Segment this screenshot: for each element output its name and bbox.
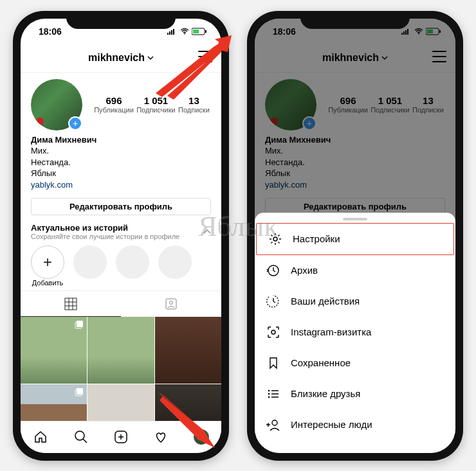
svg-rect-7 xyxy=(193,30,199,33)
svg-rect-34 xyxy=(439,30,441,33)
svg-marker-27 xyxy=(197,431,215,448)
chevron-up-icon xyxy=(203,229,211,235)
signal-icon xyxy=(167,28,178,35)
multi-icon xyxy=(74,319,84,332)
svg-point-39 xyxy=(268,389,270,391)
bio-link[interactable]: yablyk.com xyxy=(265,179,445,191)
screen-right: 18:06 mikhnevich + 696Публикации 1 051По… xyxy=(255,19,455,453)
svg-rect-35 xyxy=(427,30,433,33)
annotation-arrow xyxy=(156,35,233,102)
svg-point-40 xyxy=(268,393,270,395)
menu-discover[interactable]: Интересные люди xyxy=(255,409,455,440)
battery-icon xyxy=(426,28,441,35)
status-icons xyxy=(167,28,207,35)
edit-profile-button[interactable]: Редактировать профиль xyxy=(31,198,211,215)
menu-button[interactable] xyxy=(432,51,446,62)
stat-following[interactable]: 13Подписки xyxy=(412,95,444,114)
bio-link[interactable]: yablyk.com xyxy=(31,179,211,191)
svg-point-38 xyxy=(271,330,275,334)
post-cell[interactable] xyxy=(21,317,87,383)
bio-line: Нестанда. xyxy=(265,157,445,168)
sheet-handle[interactable] xyxy=(343,218,367,220)
activity-icon xyxy=(266,294,280,308)
chevron-down-icon xyxy=(147,56,154,60)
signal-icon xyxy=(401,28,412,35)
multi-icon xyxy=(74,387,84,400)
bio-line: Яблык xyxy=(31,168,211,179)
svg-point-41 xyxy=(268,396,270,398)
highlights-add-label: Добавить xyxy=(32,279,64,287)
svg-rect-18 xyxy=(77,388,83,395)
menu-label: Настройки xyxy=(293,233,340,244)
post-cell[interactable] xyxy=(87,317,154,383)
username-dropdown[interactable]: mikhnevich xyxy=(322,52,388,64)
stat-posts[interactable]: 696 Публикации xyxy=(94,95,134,114)
svg-rect-31 xyxy=(407,29,408,35)
nav-add[interactable] xyxy=(113,429,129,445)
profile-header: mikhnevich xyxy=(255,44,455,73)
menu-sheet: Настройки Архив Ваши действия Instagram-… xyxy=(255,213,455,453)
highlights-add[interactable]: + Добавить xyxy=(31,245,64,287)
menu-activity[interactable]: Ваши действия xyxy=(255,286,455,317)
stat-posts[interactable]: 696Публикации xyxy=(328,95,368,114)
username-label: mikhnevich xyxy=(88,52,145,64)
svg-point-19 xyxy=(75,431,84,440)
svg-rect-28 xyxy=(401,33,403,35)
nav-home[interactable] xyxy=(33,429,48,445)
svg-rect-29 xyxy=(403,31,405,35)
highlights-subtitle: Сохраняйте свои лучшие истории в профиле xyxy=(31,233,203,240)
tab-tagged[interactable] xyxy=(121,291,221,317)
home-icon xyxy=(33,430,48,444)
notch xyxy=(300,11,410,29)
menu-label: Instagram-визитка xyxy=(291,326,371,337)
svg-rect-1 xyxy=(169,31,170,35)
bio-name: Дима Михневич xyxy=(31,134,211,146)
svg-rect-6 xyxy=(205,30,206,33)
nav-search[interactable] xyxy=(73,429,89,445)
svg-point-14 xyxy=(170,301,173,305)
highlights-title: Актуальное из историй xyxy=(31,223,203,233)
bio-line: Нестанда. xyxy=(31,157,211,168)
tagged-icon xyxy=(165,298,178,310)
svg-rect-3 xyxy=(173,29,174,35)
gear-icon xyxy=(268,232,282,246)
add-story-badge[interactable]: + xyxy=(68,116,82,130)
bio: Дима Михневич Мих. Нестанда. Яблык yably… xyxy=(21,134,221,196)
add-person-icon xyxy=(266,418,280,432)
svg-point-36 xyxy=(273,237,277,241)
username-label: mikhnevich xyxy=(322,52,379,64)
profile-row: + 696Публикации 1 051Подписчики 13Подпис… xyxy=(255,73,455,134)
menu-saved[interactable]: Сохраненное xyxy=(255,348,455,378)
notch xyxy=(66,11,176,29)
svg-line-20 xyxy=(83,439,87,443)
svg-rect-0 xyxy=(167,33,169,35)
annotation-arrow xyxy=(158,393,216,453)
avatar[interactable]: + xyxy=(31,79,82,130)
menu-settings[interactable]: Настройки xyxy=(256,223,454,255)
menu-label: Интересные люди xyxy=(291,419,372,430)
post-cell[interactable] xyxy=(87,384,154,421)
post-cell[interactable] xyxy=(155,317,221,383)
svg-rect-8 xyxy=(65,298,77,310)
tab-grid[interactable] xyxy=(21,291,121,317)
menu-archive[interactable]: Архив xyxy=(255,255,455,286)
menu-nametag[interactable]: Instagram-визитка xyxy=(255,317,455,348)
menu-close-friends[interactable]: Близкие друзья xyxy=(255,378,455,409)
wifi-icon xyxy=(180,28,189,35)
list-icon xyxy=(266,387,280,401)
bio-line: Мих. xyxy=(31,145,211,157)
add-story-badge[interactable]: + xyxy=(302,116,316,130)
stat-followers[interactable]: 1 051Подписчики xyxy=(371,95,410,114)
username-dropdown[interactable]: mikhnevich xyxy=(88,52,154,64)
nametag-icon xyxy=(266,325,280,339)
svg-rect-2 xyxy=(171,30,172,35)
bookmark-icon xyxy=(266,356,280,370)
phone-right: 18:06 mikhnevich + 696Публикации 1 051По… xyxy=(247,11,463,461)
highlights-placeholder xyxy=(73,245,107,287)
battery-icon xyxy=(192,28,207,35)
highlights-header[interactable]: Актуальное из историй Сохраняйте свои лу… xyxy=(21,220,221,240)
grid-icon xyxy=(64,298,77,310)
avatar[interactable]: + xyxy=(265,79,316,130)
post-cell[interactable] xyxy=(21,384,87,421)
menu-label: Архив xyxy=(291,265,318,276)
